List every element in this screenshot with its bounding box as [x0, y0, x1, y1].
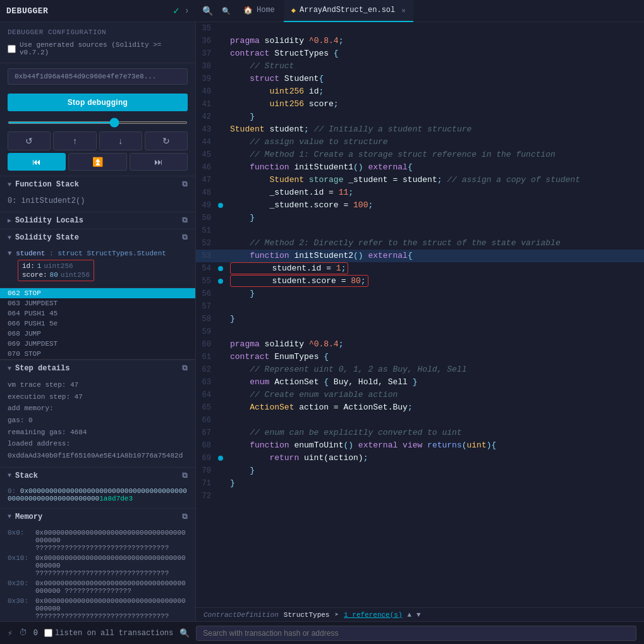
code-line-42: 42 }: [196, 111, 644, 123]
code-line-45: 45 // Method 1: Create a storage struct …: [196, 149, 644, 161]
function-stack-header[interactable]: ▼ Function Stack ⧉: [0, 176, 195, 193]
breakpoint-dot[interactable]: [218, 203, 223, 208]
asm-line-5[interactable]: 069 JUMPDEST: [0, 339, 195, 349]
code-lines: 3536pragma solidity ^0.8.4;37contract St…: [196, 22, 644, 502]
tab-home[interactable]: 🏠 Home: [236, 0, 283, 22]
function-stack-arrow: ▼: [8, 181, 11, 188]
code-line-60: 60pragma solidity ^0.8.4;: [196, 338, 644, 351]
search-icon[interactable]: 🔍: [179, 628, 190, 638]
listen-transactions-checkbox[interactable]: [44, 629, 52, 637]
memory-header[interactable]: ▼ Memory ⧉: [0, 508, 195, 525]
step-into-button[interactable]: ↓: [99, 131, 142, 150]
footer-icon-2[interactable]: ⏱: [19, 628, 27, 638]
memory-content: 0x0: 0x000000000000000000000000000000000…: [0, 525, 195, 621]
footer-search-input[interactable]: [196, 626, 636, 641]
stack-copy-icon[interactable]: ⧉: [182, 471, 188, 480]
code-line-39: 39 struct Student{: [196, 73, 644, 85]
use-generated-sources-row[interactable]: Use generated sources (Solidity >= v0.7.…: [8, 41, 188, 56]
code-scroll[interactable]: 3536pragma solidity ^0.8.4;37contract St…: [196, 22, 644, 607]
asm-line-0[interactable]: 062 STOP: [0, 288, 195, 298]
line-code-67: // enum can be explicitly converted to u…: [225, 427, 644, 439]
line-number-59: 59: [196, 325, 216, 338]
listen-transactions-row[interactable]: listen on all transactions: [44, 629, 173, 638]
line-dot-51: [216, 224, 225, 237]
slider-row: [0, 115, 195, 129]
asm-line-1[interactable]: 063 JUMPDEST: [0, 298, 195, 308]
asm-line-2[interactable]: 064 PUSH1 45: [0, 308, 195, 319]
solidity-locals-arrow: ▶: [8, 217, 11, 224]
tab-file[interactable]: ◆ ArrayAndStruct_en.sol ✕: [284, 0, 413, 22]
line-number-57: 57: [196, 300, 216, 313]
gas: gas: 0: [8, 415, 188, 427]
line-code-43: Student student; // Initially a student …: [225, 123, 644, 136]
execution-step: execution step: 47: [8, 391, 188, 403]
line-number-35: 35: [196, 22, 216, 35]
state-var-highlight-box: id: 1 uint256 score: 80 uint256: [18, 260, 94, 281]
breakpoint-dot[interactable]: [218, 266, 223, 271]
footer-bar: ⚡ ⏱ 0 listen on all transactions 🔍: [0, 621, 644, 644]
step-back-button[interactable]: ↺: [8, 131, 51, 150]
step-details-header[interactable]: ▼ Step details ⧉: [0, 360, 195, 377]
line-dot-61: [216, 351, 225, 363]
code-line-68: 68 function enumToUint() external view r…: [196, 439, 644, 452]
solidity-locals-copy-icon[interactable]: ⧉: [182, 216, 188, 225]
step-forward-button[interactable]: ↻: [145, 131, 188, 150]
asm-line-6[interactable]: 070 STOP: [0, 349, 195, 359]
footer-icon-1[interactable]: ⚡: [8, 628, 13, 638]
line-number-72: 72: [196, 490, 216, 502]
line-dot-64: [216, 389, 225, 401]
step-details-copy-icon[interactable]: ⧉: [182, 364, 188, 373]
breakpoint-dot[interactable]: [218, 279, 223, 284]
line-code-41: uint256 score;: [225, 98, 644, 111]
code-highlight-span: student.id = 1;: [230, 262, 348, 274]
code-highlight-span: student.score = 80;: [230, 275, 368, 287]
code-line-50: 50 }: [196, 212, 644, 224]
memory-entry-0: 0x0: 0x000000000000000000000000000000000…: [8, 528, 188, 553]
breakpoint-dot[interactable]: [218, 456, 223, 461]
ref-link[interactable]: 1 reference(s): [344, 611, 402, 619]
jump-out-button[interactable]: ⏫: [68, 153, 126, 171]
stack-header[interactable]: ▼ Stack ⧉: [0, 467, 195, 484]
mem-addr-2: 0x20:: [8, 580, 30, 595]
chevron-right-icon[interactable]: ›: [185, 6, 190, 16]
line-dot-67: [216, 427, 225, 439]
nav-buttons-row2: ⏮ ⏫ ⏭: [0, 153, 195, 176]
line-dot-62: [216, 363, 225, 376]
use-generated-sources-checkbox[interactable]: [8, 45, 16, 53]
line-dot-63: [216, 376, 225, 389]
jump-end-button[interactable]: ⏭: [130, 153, 188, 171]
zoom-out-button[interactable]: 🔍: [198, 3, 217, 18]
check-icon[interactable]: ✓: [173, 4, 179, 17]
function-stack-copy-icon[interactable]: ⧉: [182, 180, 188, 189]
line-code-45: // Method 1: Create a storage struct ref…: [225, 149, 644, 161]
zoom-in-button[interactable]: 🔍: [218, 4, 234, 18]
line-number-46: 46: [196, 161, 216, 174]
jump-start-button[interactable]: ⏮: [8, 153, 66, 171]
listen-transactions-label: listen on all transactions: [55, 629, 173, 638]
nav-down-arrow[interactable]: ▼: [416, 611, 421, 619]
arrow-icon: ➤: [334, 611, 339, 619]
tab-close-icon[interactable]: ✕: [401, 6, 406, 15]
line-code-37: contract StructTypes {: [225, 47, 644, 60]
step-details-arrow: ▼: [8, 365, 11, 372]
debug-slider[interactable]: [8, 121, 188, 124]
remaining-gas: remaining gas: 4684: [8, 427, 188, 439]
line-code-50: }: [225, 212, 644, 224]
solidity-state-copy-icon[interactable]: ⧉: [182, 233, 188, 242]
solidity-state-header[interactable]: ▼ Solidity State ⧉: [0, 229, 195, 246]
asm-line-4[interactable]: 068 JUMP: [0, 329, 195, 339]
memory-title: Memory: [15, 513, 42, 521]
line-number-39: 39: [196, 73, 216, 85]
stack-content: 0: 0x00000000000000000000000000000000000…: [0, 484, 195, 508]
line-dot-52: [216, 237, 225, 250]
code-line-36: 36pragma solidity ^0.8.4;: [196, 35, 644, 47]
memory-copy-icon[interactable]: ⧉: [182, 513, 188, 521]
stack-val-0: 0x00000000000000000000000000000000000000…: [8, 487, 187, 502]
stop-debugging-button[interactable]: Stop debugging: [8, 94, 188, 111]
solidity-locals-header[interactable]: ▶ Solidity Locals ⧉: [0, 212, 195, 229]
step-over-button[interactable]: ↑: [53, 131, 96, 150]
line-code-47: Student storage _student = student; // a…: [225, 174, 644, 186]
asm-line-3[interactable]: 066 PUSH1 5e: [0, 319, 195, 329]
nav-up-arrow[interactable]: ▲: [408, 611, 412, 619]
memory-entry-2: 0x20: 0x00000000000000000000000000000000…: [8, 578, 188, 596]
